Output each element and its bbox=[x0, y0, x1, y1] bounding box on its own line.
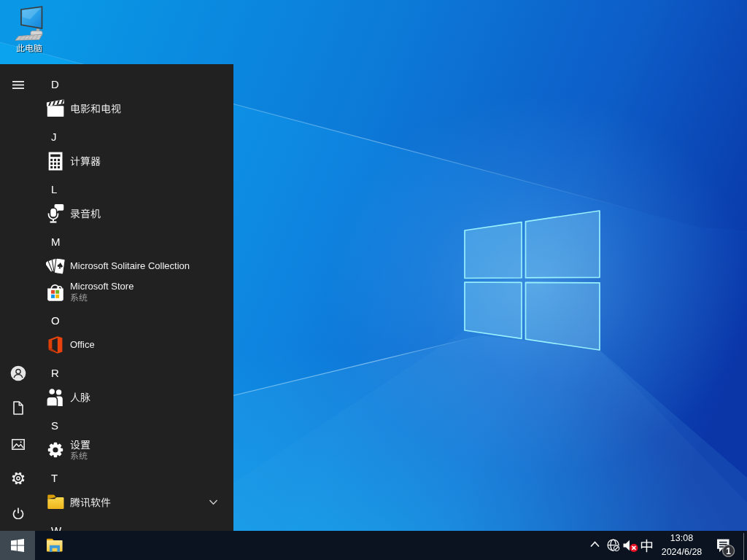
svg-text:1: 1 bbox=[726, 546, 731, 556]
